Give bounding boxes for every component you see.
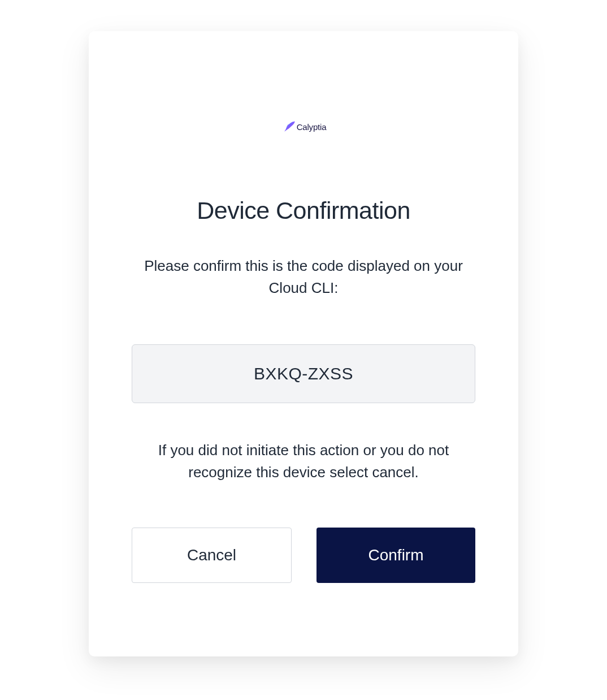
brand-logo: Calyptia	[281, 119, 327, 135]
hummingbird-icon	[281, 119, 297, 135]
warning-text: If you did not initiate this action or y…	[145, 439, 462, 483]
cancel-button[interactable]: Cancel	[132, 528, 292, 583]
confirm-button[interactable]: Confirm	[316, 528, 475, 583]
device-code-display: BXKQ-ZXSS	[132, 344, 475, 403]
instruction-text: Please confirm this is the code displaye…	[134, 255, 473, 299]
button-row: Cancel Confirm	[132, 528, 475, 583]
brand-name: Calyptia	[297, 122, 327, 132]
page-title: Device Confirmation	[197, 197, 410, 224]
device-confirmation-card: Calyptia Device Confirmation Please conf…	[89, 31, 518, 656]
